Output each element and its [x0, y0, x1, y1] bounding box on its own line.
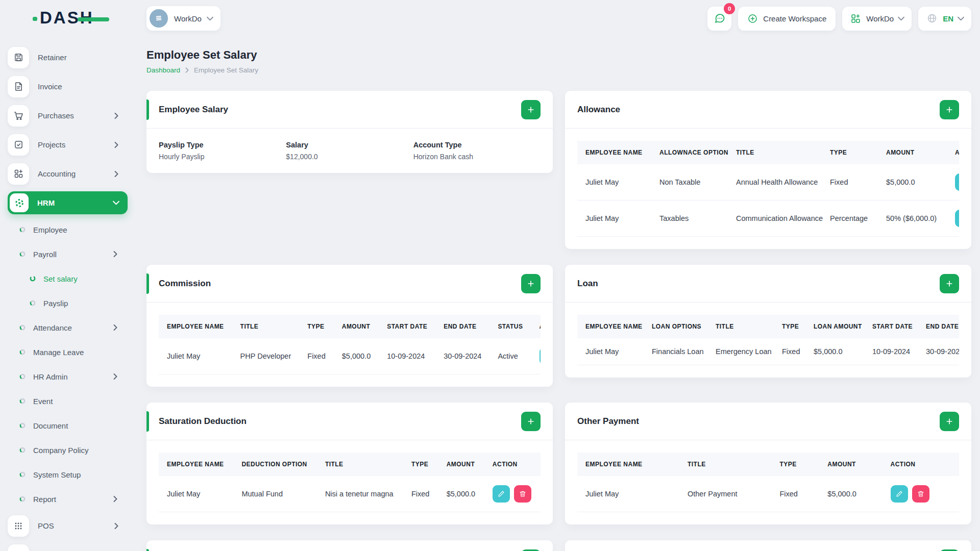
breadcrumb-dashboard-link[interactable]: Dashboard — [146, 66, 180, 74]
top-bar: DASH WorkDo 0 Create Workspace — [0, 0, 980, 37]
saturation-deduction-table: EMPLOYEE NAME DEDUCTION OPTION TITLE TYP… — [159, 453, 541, 512]
add-commission-button[interactable] — [521, 274, 541, 293]
add-loan-button[interactable] — [940, 274, 959, 293]
breadcrumb-current: Employee Set Salary — [194, 66, 258, 74]
field-payslip-type: Payslip Type Hourly Payslip — [159, 141, 286, 161]
bullet-icon — [19, 422, 26, 429]
workspace-avatar — [150, 9, 168, 28]
add-allowance-button[interactable] — [940, 100, 959, 119]
edit-button[interactable] — [891, 485, 908, 503]
table-header-row: EMPLOYEE NAME TITLE TYPE AMOUNT ACTION — [577, 453, 959, 476]
sidebar-item-hrm[interactable]: HRM — [8, 191, 128, 214]
sidebar-item-payroll[interactable]: Payroll — [0, 242, 136, 266]
language-selector[interactable]: EN — [918, 7, 971, 31]
commission-header: Commission — [146, 265, 553, 303]
chevron-right-icon — [114, 523, 118, 529]
card-title: Allowance — [577, 105, 620, 115]
sidebar-item-accounting[interactable]: Accounting — [0, 159, 136, 188]
add-overtime-button[interactable] — [521, 549, 541, 551]
sidebar-item-manage-leave[interactable]: Manage Leave — [0, 340, 136, 364]
plus-icon — [945, 417, 954, 426]
add-other-payment-button[interactable] — [940, 412, 959, 431]
table-row: Juliet May Taxables Communication Allowa… — [577, 201, 959, 237]
table-row: Juliet May Mutual Fund Nisi a tenetur ma… — [159, 476, 541, 512]
floppy-disk-icon — [8, 47, 29, 68]
sidebar-item-event[interactable]: Event — [0, 389, 136, 413]
sidebar-item-crm[interactable]: CRM — [0, 540, 136, 551]
hrm-hub-icon — [10, 193, 29, 212]
invoice-icon — [8, 76, 29, 97]
sidebar-item-projects[interactable]: Projects — [0, 130, 136, 159]
sidebar-item-purchases[interactable]: Purchases — [0, 101, 136, 130]
add-company-contribution-button[interactable] — [940, 549, 959, 551]
sidebar-item-attendance[interactable]: Attendance — [0, 315, 136, 340]
bullet-icon — [19, 373, 26, 380]
sidebar-item-set-salary[interactable]: Set salary — [0, 266, 136, 291]
sidebar-item-payslip[interactable]: Payslip — [0, 291, 136, 315]
sidebar-item-retainer[interactable]: Retainer — [0, 43, 136, 72]
messages-badge: 0 — [724, 3, 735, 14]
create-workspace-button[interactable]: Create Workspace — [738, 7, 836, 31]
loan-header: Loan — [565, 265, 971, 303]
workdo-menu[interactable]: WorkDo — [842, 7, 912, 31]
sidebar-item-document[interactable]: Document — [0, 413, 136, 438]
trash-icon — [917, 490, 925, 498]
bullet-icon — [19, 324, 26, 331]
sidebar-item-employee[interactable]: Employee — [0, 217, 136, 242]
plus-icon — [526, 279, 535, 288]
sidebar-item-company-policy[interactable]: Company Policy — [0, 438, 136, 462]
edit-button[interactable] — [955, 210, 959, 227]
overtime-header: Overtime — [146, 540, 553, 551]
add-employee-salary-button[interactable] — [521, 100, 541, 119]
sidebar-item-invoice[interactable]: Invoice — [0, 72, 136, 101]
logo-dash-icon — [33, 17, 37, 21]
edit-button[interactable] — [955, 173, 959, 191]
table-row: Juliet May Non Taxable Annual Health All… — [577, 164, 959, 201]
chevron-down-icon — [958, 16, 964, 21]
app-logo: DASH — [33, 7, 109, 30]
chevron-down-icon — [113, 201, 119, 205]
commission-table: EMPLOYEE NAME TITLE TYPE AMOUNT START DA… — [159, 315, 541, 374]
dots-grid-icon — [8, 515, 29, 537]
chevron-down-icon — [207, 16, 213, 21]
plus-icon — [526, 417, 535, 426]
sidebar-item-hr-admin[interactable]: HR Admin — [0, 364, 136, 389]
overtime-card: Overtime — [146, 540, 553, 551]
table-row: Juliet May Other Payment Fixed $5,000.0 — [577, 476, 959, 512]
other-payment-header: Other Payment — [565, 403, 971, 440]
bullet-icon — [19, 398, 26, 404]
create-workspace-label: Create Workspace — [763, 14, 826, 23]
commission-card: Commission EMPLOYEE NAME TITLE TYPE AMOU… — [146, 265, 553, 387]
cards-grid: Employee Salary Payslip Type Hourly Pays… — [146, 91, 971, 551]
sidebar-item-system-setup[interactable]: System Setup — [0, 462, 136, 487]
bullet-icon — [19, 349, 26, 355]
crm-icon — [8, 544, 29, 551]
card-title: Loan — [577, 279, 598, 289]
delete-button[interactable] — [514, 485, 531, 503]
field-salary: Salary $12,000.0 — [286, 141, 413, 161]
messages-button[interactable]: 0 — [707, 7, 731, 31]
plus-icon — [945, 105, 954, 114]
loan-table: EMPLOYEE NAME LOAN OPTIONS TITLE TYPE LO… — [577, 315, 959, 365]
sidebar-item-pos[interactable]: POS — [0, 511, 136, 540]
globe-icon — [926, 13, 938, 24]
shopping-cart-icon — [8, 105, 29, 127]
bullet-icon — [30, 276, 36, 282]
loan-card: Loan EMPLOYEE NAME LOAN OPTIONS TITLE TY… — [565, 265, 971, 378]
edit-button[interactable] — [493, 485, 510, 503]
other-payment-card: Other Payment EMPLOYEE NAME TITLE TYPE A… — [565, 403, 971, 524]
pencil-icon — [895, 490, 903, 498]
sidebar-item-report[interactable]: Report — [0, 487, 136, 511]
page-title: Employee Set Salary — [146, 48, 971, 62]
chevron-right-icon — [113, 324, 117, 331]
delete-button[interactable] — [912, 485, 929, 503]
logo-green-bar — [78, 17, 109, 21]
chevron-right-icon — [114, 171, 118, 177]
add-saturation-deduction-button[interactable] — [521, 412, 541, 431]
edit-button[interactable] — [540, 347, 541, 365]
workspace-selector[interactable]: WorkDo — [146, 6, 220, 31]
table-header-row: EMPLOYEE NAME DEDUCTION OPTION TITLE TYP… — [159, 453, 541, 476]
employee-salary-header: Employee Salary — [146, 91, 553, 129]
company-contribution-header: Company Contribution — [565, 540, 971, 551]
other-payment-table: EMPLOYEE NAME TITLE TYPE AMOUNT ACTION J… — [577, 453, 959, 512]
